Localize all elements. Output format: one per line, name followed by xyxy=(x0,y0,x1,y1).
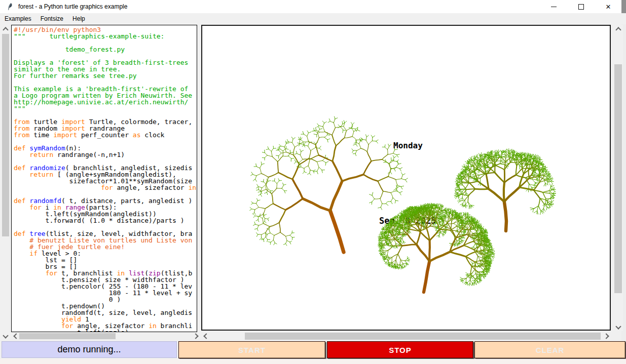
menu-help[interactable]: Help xyxy=(68,14,90,23)
code-vertical-scrollbar[interactable] xyxy=(1,25,10,340)
close-button[interactable]: ✕ xyxy=(601,1,616,13)
canvas-hscroll-thumb[interactable] xyxy=(245,333,601,340)
maximize-button[interactable] xyxy=(573,1,588,13)
scroll-right-icon[interactable] xyxy=(603,332,611,340)
menu-fontsize[interactable]: Fontsize xyxy=(36,14,68,23)
code-vscroll-thumb[interactable] xyxy=(2,34,9,236)
minimize-icon xyxy=(551,7,557,7)
start-button[interactable]: START xyxy=(178,341,325,358)
window-bottom-edge xyxy=(0,359,626,364)
scroll-left-icon[interactable] xyxy=(201,332,209,340)
stop-button[interactable]: STOP xyxy=(327,341,473,358)
canvas-vertical-scrollbar[interactable] xyxy=(613,25,623,331)
maximize-icon xyxy=(578,4,584,10)
menu-bar: Examples Fontsize Help xyxy=(0,13,626,24)
scroll-down-icon[interactable] xyxy=(613,323,623,331)
status-message: demo running... xyxy=(2,341,177,358)
scroll-right-icon[interactable] xyxy=(192,332,200,340)
minimize-button[interactable] xyxy=(546,1,561,13)
scroll-left-icon[interactable] xyxy=(11,332,19,340)
svg-text:Monday: Monday xyxy=(393,141,423,150)
scroll-down-icon[interactable] xyxy=(1,332,10,340)
turtle-drawing: MondaySep. 8 2025 xyxy=(202,26,610,330)
canvas-vscroll-thumb[interactable] xyxy=(614,64,622,293)
clear-button[interactable]: CLEAR xyxy=(474,341,625,358)
turtle-canvas: MondaySep. 8 2025 xyxy=(201,25,611,331)
code-hscroll-thumb[interactable] xyxy=(19,333,116,339)
canvas-horizontal-scrollbar[interactable] xyxy=(201,332,611,340)
code-horizontal-scrollbar[interactable] xyxy=(11,332,200,340)
window-title: forest - a Python turtle graphics exampl… xyxy=(18,3,127,10)
scroll-up-icon[interactable] xyxy=(613,25,623,33)
close-icon: ✕ xyxy=(606,3,611,11)
python-icon xyxy=(6,3,14,11)
menu-examples[interactable]: Examples xyxy=(0,14,36,23)
scroll-up-icon[interactable] xyxy=(1,25,10,33)
code-text[interactable]: #!/usr/bin/env python3""" turtlegraphics… xyxy=(11,25,197,332)
turtledemo-window: { "window": { "title": "forest - a Pytho… xyxy=(0,0,626,364)
title-bar: forest - a Python turtle graphics exampl… xyxy=(0,0,626,13)
